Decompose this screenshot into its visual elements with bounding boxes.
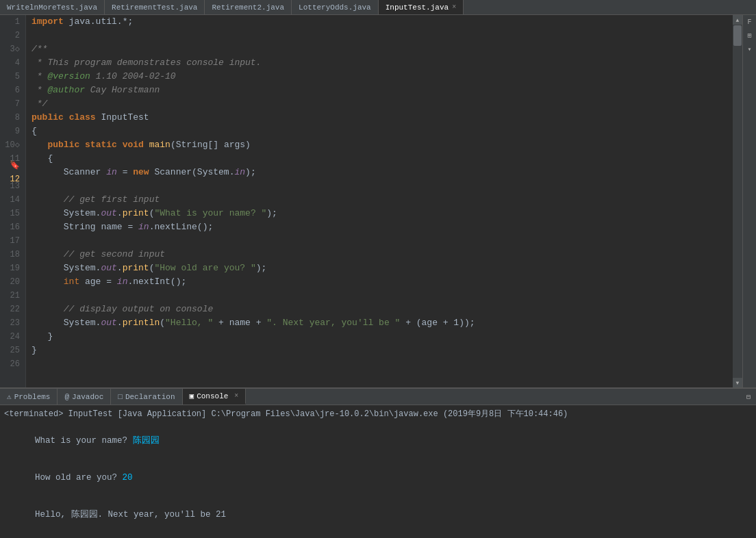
console-line-2: How old are you? 20 — [4, 459, 752, 496]
code-line-22: // display output on console — [32, 303, 733, 316]
code-line-2 — [32, 29, 733, 42]
code-line-1: import java.util.*; — [32, 15, 733, 29]
code-line-21 — [32, 289, 733, 303]
code-line-20: int age = in.nextInt(); — [32, 275, 733, 289]
editor-main: 1 2 3◇ 4 5 6 7 8 9 10◇ 11 🔖12 13 14 15 1… — [0, 15, 733, 387]
keyword-import: import — [32, 15, 64, 29]
code-line-14: // get first input — [32, 193, 733, 207]
tab-writelntestjava[interactable]: WritelnMoreTest.java — [0, 0, 105, 14]
code-line-10: public static void main(String[] args) — [32, 138, 733, 152]
code-line-23: System.out.println("Hello, " + name + ".… — [32, 316, 733, 330]
line-num-7: 7 — [0, 97, 20, 111]
output-line: Hello, 陈园园. Next year, you'll be 21 — [35, 510, 226, 520]
code-line-13 — [32, 179, 733, 193]
tab-label: RetirementTest.java — [112, 3, 197, 12]
tab-label: Retirement2.java — [212, 3, 284, 12]
tab-declaration-label: Declaration — [125, 393, 175, 401]
line-num-23: 23 — [0, 316, 20, 330]
code-line-16: String name = in.nextLine(); — [32, 220, 733, 234]
scroll-down-arrow[interactable]: ▼ — [733, 378, 742, 387]
code-line-19: System.out.print("How old are you? "); — [32, 261, 733, 275]
tab-inputtestjava[interactable]: InputTest.java × — [379, 0, 464, 14]
line-num-24: 24 — [0, 330, 20, 344]
code-line-25: } — [32, 344, 733, 357]
age-prompt: How old are you? — [35, 473, 123, 483]
console-line-3: Hello, 陈园园. Next year, you'll be 21 — [4, 496, 752, 533]
vertical-scrollbar[interactable]: ▲ ▼ — [733, 15, 742, 387]
side-panel: F ⊞ ▾ — [742, 15, 756, 387]
code-content[interactable]: import java.util.*; /** * This program d… — [26, 15, 733, 387]
tab-label: WritelnMoreTest.java — [7, 3, 97, 12]
code-line-3: /** — [32, 42, 733, 56]
console-status: <terminated> InputTest [Java Application… — [4, 408, 752, 420]
line-num-25: 25 — [0, 344, 20, 357]
line-num-4: 4 — [0, 56, 20, 70]
console-icon: ▣ — [190, 392, 194, 400]
tab-console-label: Console — [197, 392, 228, 400]
line-num-5: 5 — [0, 70, 20, 84]
side-icon-chevron[interactable]: ▾ — [744, 44, 755, 55]
line-num-16: 16 — [0, 220, 20, 234]
line-num-17: 17 — [0, 234, 20, 248]
code-line-9: { — [32, 125, 733, 138]
code-line-26 — [32, 357, 733, 371]
tab-declaration[interactable]: □ Declaration — [111, 389, 182, 405]
side-icon-grid[interactable]: ⊞ — [744, 30, 755, 41]
line-num-6: 6 — [0, 84, 20, 97]
tab-retirementtestjava[interactable]: RetirementTest.java — [105, 0, 205, 14]
scroll-up-arrow[interactable]: ▲ — [733, 15, 742, 25]
v-scroll-track[interactable] — [733, 25, 742, 378]
tab-close-icon[interactable]: × — [452, 3, 456, 11]
code-area: 1 2 3◇ 4 5 6 7 8 9 10◇ 11 🔖12 13 14 15 1… — [0, 15, 733, 387]
line-num-14: 14 — [0, 193, 20, 207]
line-numbers: 1 2 3◇ 4 5 6 7 8 9 10◇ 11 🔖12 13 14 15 1… — [0, 15, 26, 387]
v-scroll-thumb[interactable] — [733, 25, 742, 46]
bottom-tab-bar-wrapper: ⚠ Problems @ Javadoc □ Declaration ▣ Con… — [0, 389, 756, 405]
line-num-1: 1 — [0, 15, 20, 29]
bottom-panel: ⚠ Problems @ Javadoc □ Declaration ▣ Con… — [0, 387, 756, 538]
code-line-6: * @author Cay Horstmann — [32, 84, 733, 97]
tab-label: LotteryOdds.java — [299, 3, 371, 12]
line-num-8: 8 — [0, 111, 20, 125]
line-num-22: 22 — [0, 303, 20, 316]
tab-label: InputTest.java — [386, 3, 449, 12]
line-num-19: 19 — [0, 261, 20, 275]
line-num-18: 18 — [0, 248, 20, 261]
minimize-panel-button[interactable]: ⊟ — [742, 391, 755, 403]
line-num-12: 🔖12 — [0, 166, 20, 179]
tab-javadoc[interactable]: @ Javadoc — [58, 389, 111, 405]
code-line-7: */ — [32, 97, 733, 111]
console-output: <terminated> InputTest [Java Application… — [0, 405, 756, 538]
line-num-20: 20 — [0, 275, 20, 289]
side-icon-top[interactable]: F — [744, 16, 755, 27]
code-line-15: System.out.print("What is your name? "); — [32, 207, 733, 220]
line-num-21: 21 — [0, 289, 20, 303]
line-num-26: 26 — [0, 357, 20, 371]
code-line-12: Scanner in = new Scanner(System.in); — [32, 166, 733, 179]
line-num-3: 3◇ — [0, 42, 20, 56]
line-num-9: 9 — [0, 125, 20, 138]
editor-container: 1 2 3◇ 4 5 6 7 8 9 10◇ 11 🔖12 13 14 15 1… — [0, 15, 756, 387]
tab-problems[interactable]: ⚠ Problems — [0, 389, 58, 405]
line-num-10: 10◇ — [0, 138, 20, 152]
tab-lotteryoddsjava[interactable]: LotteryOdds.java — [292, 0, 379, 14]
name-prompt: What is your name? — [35, 436, 133, 446]
age-value: 20 — [123, 473, 133, 483]
problems-icon: ⚠ — [7, 392, 12, 401]
code-line-4: * This program demonstrates console inpu… — [32, 56, 733, 70]
code-line-8: public class InputTest — [32, 111, 733, 125]
console-line-1: What is your name? 陈园园 — [4, 422, 752, 459]
code-line-18: // get second input — [32, 248, 733, 261]
bottom-tab-bar: ⚠ Problems @ Javadoc □ Declaration ▣ Con… — [0, 389, 756, 405]
tab-retirement2java[interactable]: Retirement2.java — [205, 0, 292, 14]
console-status-text: <terminated> InputTest [Java Application… — [4, 409, 568, 419]
code-line-24: } — [32, 330, 733, 344]
editor-tab-bar: WritelnMoreTest.java RetirementTest.java… — [0, 0, 756, 15]
code-line-5: * @version 1.10 2004-02-10 — [32, 70, 733, 84]
tab-problems-label: Problems — [14, 393, 51, 401]
name-value: 陈园园 — [133, 436, 160, 446]
code-line-17 — [32, 234, 733, 248]
tab-javadoc-label: Javadoc — [72, 393, 103, 401]
tab-console[interactable]: ▣ Console × — [183, 389, 247, 405]
console-tab-close-icon[interactable]: × — [234, 392, 238, 400]
